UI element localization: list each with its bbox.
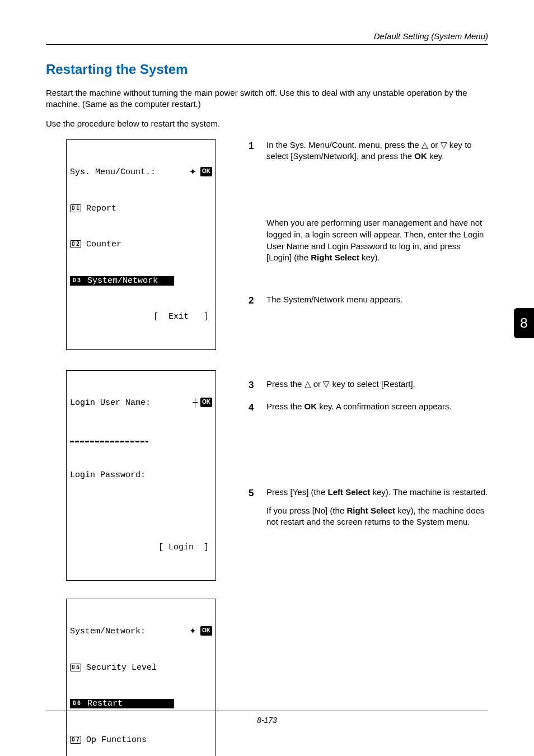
ok-icon: OK — [200, 398, 212, 407]
text-cursor-icon: ┼ — [193, 398, 195, 408]
menu-index-06: 0 6 — [71, 699, 82, 707]
ok-icon: OK — [200, 167, 212, 176]
menu-index-05: 0 5 — [70, 664, 81, 671]
intro-paragraph-1: Restart the machine without turning the … — [46, 87, 488, 110]
intro-paragraph-2: Use the procedure below to restart the s… — [46, 118, 488, 129]
menu-index-01: 0 1 — [70, 204, 81, 212]
step-number: 1 — [249, 139, 256, 169]
menu-index-03: 0 3 — [71, 277, 82, 284]
softkey-exit: [ Exit ] — [70, 311, 212, 323]
login-user-field — [70, 435, 148, 442]
step-4: 4 Press the OK key. A confirmation scree… — [249, 401, 488, 419]
nav-arrows-icon: ✦ — [190, 627, 195, 634]
lcd-screen-sys-menu: Sys. Menu/Count.:✦ OK 0 1 Report 0 2 Cou… — [66, 139, 216, 350]
chapter-thumb-tab: 8 — [514, 308, 534, 338]
step-2: 2 The System/Network menu appears. — [249, 294, 488, 312]
down-triangle-icon: ▽ — [441, 140, 447, 150]
step-3: 3 Press the △ or ▽ key to select [Restar… — [249, 379, 488, 397]
page-title: Restarting the System — [46, 62, 488, 77]
lcd-screen-system-network: System/Network:✦ OK 0 5 Security Level 0… — [66, 599, 216, 756]
step-number: 3 — [249, 379, 256, 397]
step-number: 5 — [249, 487, 256, 535]
menu-index-07: 0 7 — [70, 736, 81, 744]
down-triangle-icon: ▽ — [323, 379, 330, 389]
up-triangle-icon: △ — [305, 379, 311, 389]
step-5: 5 Press [Yes] (the Left Select key). The… — [249, 487, 488, 535]
step-number: 2 — [249, 294, 256, 312]
lcd-column: Sys. Menu/Count.:✦ OK 0 1 Report 0 2 Cou… — [46, 137, 233, 756]
running-head: Default Setting (System Menu) — [46, 31, 488, 41]
steps-column: 1 In the Sys. Menu/Count. menu, press th… — [249, 137, 488, 756]
lcd-screen-login: Login User Name:┼ OK Login Password: [ L… — [66, 370, 216, 581]
step-1: 1 In the Sys. Menu/Count. menu, press th… — [249, 139, 488, 169]
page-number: 8-173 — [46, 716, 488, 725]
nav-arrows-icon: ✦ — [190, 168, 195, 175]
step-number: 4 — [249, 401, 256, 419]
menu-index-02: 0 2 — [70, 240, 81, 248]
ok-icon: OK — [200, 626, 212, 636]
softkey-login: [ Login ] — [70, 542, 212, 553]
step-1-note: When you are performing user management … — [249, 217, 488, 270]
header-rule — [46, 44, 488, 45]
up-triangle-icon: △ — [421, 140, 428, 150]
page-footer: 8-173 — [46, 711, 488, 725]
